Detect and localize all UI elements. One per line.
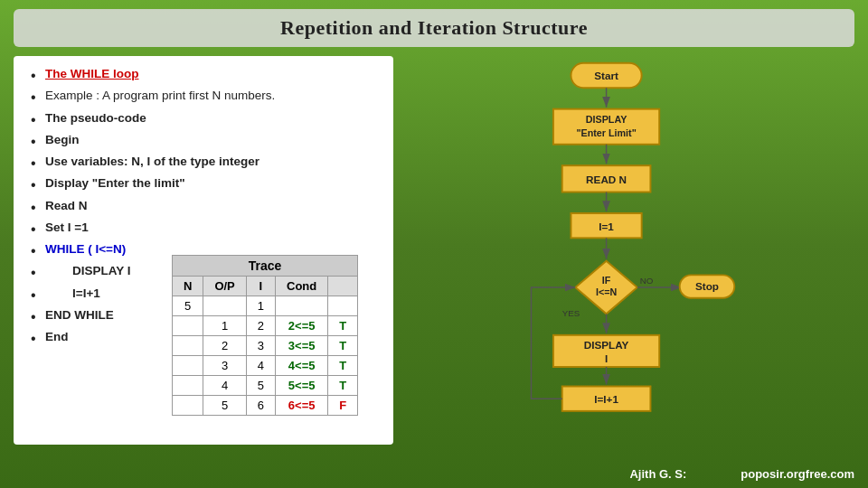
right-panel: Start DISPLAY "Enter Limit" READ N I=1 (402, 56, 854, 445)
trace-row-6: 5 6 6<=5 F (173, 396, 358, 416)
title-bar: Repetition and Iteration Structure (14, 9, 854, 47)
cell-n-4 (173, 356, 203, 376)
svg-rect-8 (562, 165, 651, 192)
svg-rect-4 (553, 109, 659, 145)
trace-header: Trace (173, 256, 358, 277)
trace-row-4: 3 4 4<=5 T (173, 356, 358, 376)
list-item-7: Read N (27, 197, 380, 215)
cell-cond-6: 6<=5 (276, 396, 328, 416)
svg-text:Start: Start (594, 70, 618, 81)
list-item-8: Set I =1 (27, 219, 380, 237)
svg-text:YES: YES (562, 308, 580, 318)
col-i: I (246, 277, 275, 296)
display-i-label: DISPLAY I (72, 264, 131, 277)
cell-t-5: T (328, 376, 358, 396)
trace-row-2: 1 2 2<=5 T (173, 316, 358, 336)
svg-text:IF: IF (602, 275, 611, 286)
cell-op-1 (203, 296, 246, 316)
cell-i-6: 6 (246, 396, 275, 416)
end-label: End (45, 330, 69, 343)
read-n-label: Read N (45, 199, 88, 212)
list-item-6: Display "Enter the limit" (27, 174, 380, 192)
example-text: Example : A program print first N number… (45, 89, 275, 102)
col-t (328, 277, 358, 296)
list-item-2: Example : A program print first N number… (27, 87, 380, 105)
cell-t-3: T (328, 336, 358, 356)
svg-text:I=1: I=1 (599, 221, 614, 232)
list-item-1: The WHILE loop (27, 65, 380, 83)
left-panel: The WHILE loop Example : A program print… (14, 56, 393, 445)
cell-cond-1 (276, 296, 328, 316)
cell-op-2: 1 (203, 316, 246, 336)
svg-rect-1 (571, 63, 641, 88)
cell-i-3: 3 (246, 336, 275, 356)
footer: Ajith G. S: poposir.orgfree.com (629, 467, 854, 481)
trace-table-wrapper: Trace N O/P I Cond 5 (172, 255, 380, 416)
cell-cond-2: 2<=5 (276, 316, 328, 336)
svg-rect-27 (562, 387, 651, 411)
cell-op-5: 4 (203, 376, 246, 396)
cell-cond-4: 4<=5 (276, 356, 328, 376)
cell-cond-3: 3<=5 (276, 336, 328, 356)
cell-i-4: 4 (246, 356, 275, 376)
col-op: O/P (203, 277, 246, 296)
cell-n-5 (173, 376, 203, 396)
list-item-3: The pseudo-code (27, 109, 380, 127)
cell-t-2: T (328, 316, 358, 336)
cell-i-1: 1 (246, 296, 275, 316)
cell-i-5: 5 (246, 376, 275, 396)
footer-left: Ajith G. S: (629, 467, 686, 481)
cell-t-6: F (328, 396, 358, 416)
svg-text:"Enter Limit": "Enter Limit" (576, 127, 636, 138)
cell-n-3 (173, 336, 203, 356)
while-condition-label: WHILE ( I<=N) (45, 242, 126, 256)
svg-text:DISPLAY: DISPLAY (586, 114, 627, 125)
use-vars-label: Use variables: N, I of the type integer (45, 155, 259, 168)
display-enter-label: Display "Enter the limit" (45, 176, 185, 190)
cell-t-4: T (328, 356, 358, 376)
svg-marker-14 (575, 261, 637, 314)
cell-t-1 (328, 296, 358, 316)
flowchart-svg: Start DISPLAY "Enter Limit" READ N I=1 (402, 56, 854, 445)
cell-i-2: 2 (246, 316, 275, 336)
end-while-label: END WHILE (45, 308, 114, 322)
list-item-5: Use variables: N, I of the type integer (27, 153, 380, 171)
cell-n-1: 5 (173, 296, 203, 316)
svg-text:DISPLAY: DISPLAY (584, 339, 629, 351)
cell-cond-5: 5<=5 (276, 376, 328, 396)
cell-op-6: 5 (203, 396, 246, 416)
svg-text:I: I (605, 352, 608, 364)
cell-op-4: 3 (203, 356, 246, 376)
page-title: Repetition and Iteration Structure (32, 16, 836, 40)
main-container: Repetition and Iteration Structure The W… (14, 9, 854, 445)
while-loop-title: The WHILE loop (45, 67, 139, 80)
trace-row-5: 4 5 5<=5 T (173, 376, 358, 396)
svg-rect-23 (553, 335, 659, 367)
trace-row-3: 2 3 3<=5 T (173, 336, 358, 356)
cell-n-2 (173, 316, 203, 336)
i-plus1-label: I=I+1 (72, 286, 100, 300)
svg-text:Stop: Stop (695, 280, 719, 292)
svg-text:I<=N: I<=N (596, 286, 618, 297)
svg-text:NO: NO (640, 276, 654, 286)
trace-table: Trace N O/P I Cond 5 (172, 255, 358, 416)
svg-rect-11 (571, 213, 641, 238)
svg-rect-19 (680, 275, 735, 297)
footer-right: poposir.orgfree.com (741, 467, 854, 481)
svg-text:I=I+1: I=I+1 (594, 393, 618, 405)
content-area: The WHILE loop Example : A program print… (14, 56, 854, 445)
list-item-4: Begin (27, 131, 380, 149)
pseudo-code-label: The pseudo-code (45, 111, 146, 125)
begin-label: Begin (45, 133, 80, 146)
set-i-label: Set I =1 (45, 221, 89, 234)
cell-n-6 (173, 396, 203, 416)
trace-row-1: 5 1 (173, 296, 358, 316)
col-cond: Cond (276, 277, 328, 296)
col-n: N (173, 277, 203, 296)
svg-text:READ N: READ N (586, 174, 627, 185)
cell-op-3: 2 (203, 336, 246, 356)
